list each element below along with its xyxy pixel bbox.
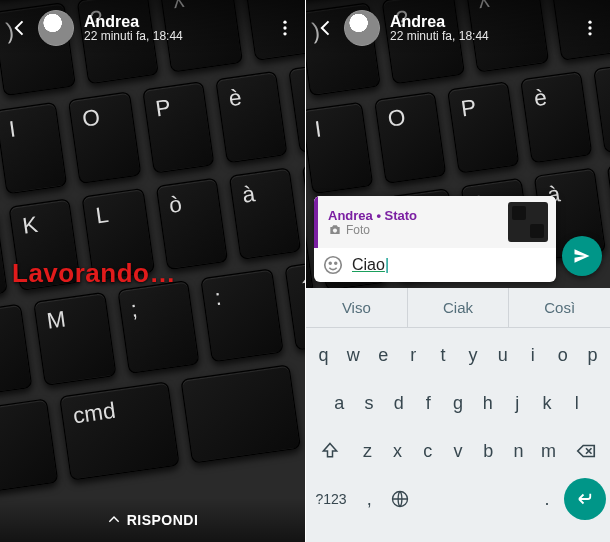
contact-avatar[interactable] (38, 10, 74, 46)
more-options-button[interactable] (578, 16, 602, 40)
status-timestamp: 22 minuti fa, 18:44 (390, 30, 578, 43)
key-x[interactable]: x (384, 430, 411, 472)
status-timestamp: 22 minuti fa, 18:44 (84, 30, 273, 43)
quoted-status[interactable]: Andrea • Stato Foto (314, 196, 556, 248)
key-d[interactable]: d (385, 382, 412, 424)
contact-avatar[interactable] (344, 10, 380, 46)
key-s[interactable]: s (356, 382, 383, 424)
key-p[interactable]: p (579, 334, 606, 376)
symbols-key[interactable]: ?123 (310, 478, 352, 520)
quote-thumbnail (508, 202, 548, 242)
period-key[interactable]: . (533, 478, 561, 520)
key-row: ?123 , . (310, 478, 606, 520)
key-row: z x c v b n m (310, 430, 606, 472)
key-g[interactable]: g (445, 382, 472, 424)
back-button[interactable] (8, 16, 32, 40)
reply-button[interactable]: RISPONDI (107, 512, 199, 528)
svg-point-4 (588, 26, 591, 29)
svg-point-2 (283, 32, 286, 35)
backspace-key[interactable] (565, 430, 606, 472)
contact-name: Andrea (390, 13, 578, 31)
key-o[interactable]: o (549, 334, 576, 376)
key-j[interactable]: j (504, 382, 531, 424)
svg-point-6 (333, 228, 337, 232)
key-u[interactable]: u (489, 334, 516, 376)
key-h[interactable]: h (474, 382, 501, 424)
key-y[interactable]: y (460, 334, 487, 376)
key-n[interactable]: n (505, 430, 532, 472)
svg-point-0 (283, 21, 286, 24)
key-q[interactable]: q (310, 334, 337, 376)
status-header: Andrea 22 minuti fa, 18:44 (306, 0, 610, 56)
status-view-pane: ▶▶ F9 ()?^ UIOPè JKLòà§ NM;:⇧ ⌘cmd Andre… (0, 0, 305, 542)
comma-key[interactable]: , (355, 478, 383, 520)
key-row: q w e r t y u i o p (310, 334, 606, 376)
suggestion-bar: Viso Ciak Così (306, 288, 610, 328)
contact-name: Andrea (84, 13, 273, 31)
svg-point-8 (329, 262, 331, 264)
more-options-button[interactable] (273, 16, 297, 40)
key-r[interactable]: r (400, 334, 427, 376)
key-m[interactable]: m (535, 430, 562, 472)
key-e[interactable]: e (370, 334, 397, 376)
status-footer: RISPONDI (0, 498, 305, 542)
language-key[interactable] (386, 478, 414, 520)
suggestion[interactable]: Così (508, 288, 610, 327)
status-reply-pane: ▶▶ F9 ()?^ UIOPè JKLòà§ Andrea 22 minuti… (305, 0, 610, 542)
key-w[interactable]: w (340, 334, 367, 376)
key-a[interactable]: a (326, 382, 353, 424)
svg-point-1 (283, 26, 286, 29)
key-z[interactable]: z (354, 430, 381, 472)
key-row: a s d f g h j k l (310, 382, 606, 424)
suggestion[interactable]: Ciak (407, 288, 509, 327)
quote-author: Andrea • Stato (328, 208, 500, 223)
space-key[interactable] (417, 478, 529, 520)
key-l[interactable]: l (563, 382, 590, 424)
suggestion[interactable]: Viso (306, 288, 407, 327)
key-i[interactable]: i (519, 334, 546, 376)
svg-point-5 (588, 32, 591, 35)
svg-point-9 (335, 262, 337, 264)
reply-label: RISPONDI (127, 512, 199, 528)
send-button[interactable] (562, 236, 602, 276)
key-k[interactable]: k (534, 382, 561, 424)
svg-point-7 (325, 257, 342, 274)
svg-point-3 (588, 21, 591, 24)
soft-keyboard: Viso Ciak Così q w e r t y u i o p a s d… (306, 288, 610, 542)
back-button[interactable] (314, 16, 338, 40)
quote-meta: Foto (346, 223, 370, 237)
key-c[interactable]: c (414, 430, 441, 472)
key-t[interactable]: t (430, 334, 457, 376)
key-b[interactable]: b (475, 430, 502, 472)
emoji-button[interactable] (322, 254, 344, 276)
enter-key[interactable] (564, 478, 606, 520)
shift-key[interactable] (310, 430, 351, 472)
key-v[interactable]: v (444, 430, 471, 472)
status-caption: Lavorando… (0, 258, 305, 289)
status-header: Andrea 22 minuti fa, 18:44 (0, 0, 305, 56)
message-input[interactable]: Ciao (352, 256, 548, 274)
reply-input-card: Andrea • Stato Foto Ciao (314, 196, 556, 282)
key-f[interactable]: f (415, 382, 442, 424)
photo-icon (328, 223, 342, 237)
